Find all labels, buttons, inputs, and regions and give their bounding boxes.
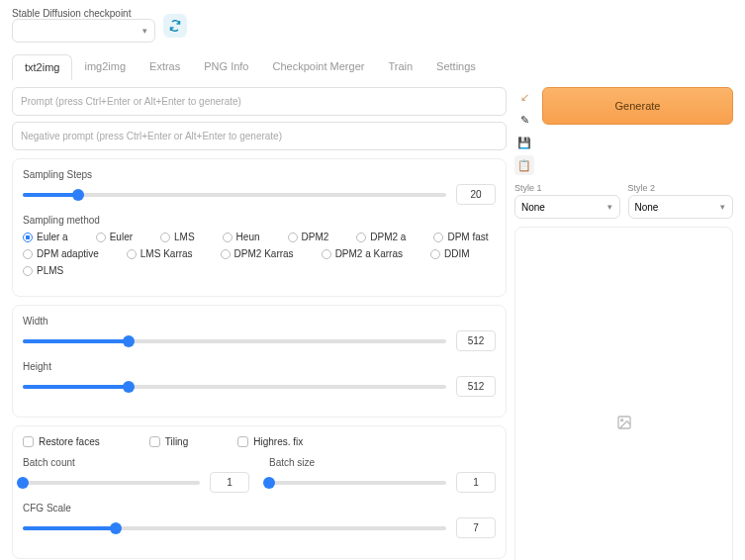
restore-faces-label: Restore faces [39, 436, 100, 447]
batch-size-label: Batch size [269, 457, 496, 468]
tab-train[interactable]: Train [376, 54, 424, 80]
sampler-lms-karras[interactable]: LMS Karras [127, 248, 193, 259]
sampling-steps-slider[interactable] [23, 193, 446, 197]
hires-label: Highres. fix [253, 436, 303, 447]
sampler-lms[interactable]: LMS [160, 232, 195, 242]
preview-area [514, 227, 733, 560]
tab-img2img[interactable]: img2img [72, 54, 138, 80]
tab-png-info[interactable]: PNG Info [192, 54, 260, 80]
batch-count-slider[interactable] [23, 481, 200, 485]
sampling-method-label: Sampling method [23, 215, 496, 226]
width-label: Width [23, 316, 496, 327]
negative-prompt-input[interactable]: Negative prompt (press Ctrl+Enter or Alt… [12, 122, 507, 150]
sampler-euler-a[interactable]: Euler a [23, 232, 68, 242]
refresh-icon[interactable] [163, 14, 187, 38]
prompt-input[interactable]: Prompt (press Ctrl+Enter or Alt+Enter to… [12, 87, 507, 116]
batch-size-slider[interactable] [269, 481, 446, 485]
batch-count-value[interactable]: 1 [210, 472, 249, 493]
sampler-dpm-fast[interactable]: DPM fast [433, 232, 488, 242]
tab-txt2img[interactable]: txt2img [12, 54, 72, 80]
save-style-icon[interactable]: 💾 [514, 133, 534, 152]
sampler-dpm2[interactable]: DPM2 [288, 232, 329, 242]
sampler-heun[interactable]: Heun [223, 232, 260, 242]
height-slider[interactable] [23, 385, 446, 389]
tiling-checkbox[interactable] [149, 436, 160, 447]
batch-size-value[interactable]: 1 [456, 472, 496, 493]
checkpoint-label: Stable Diffusion checkpoint [12, 8, 155, 19]
svg-point-1 [620, 419, 622, 420]
restore-faces-checkbox[interactable] [23, 436, 34, 447]
height-value[interactable]: 512 [456, 376, 496, 397]
width-value[interactable]: 512 [456, 330, 496, 351]
tab-settings[interactable]: Settings [424, 54, 488, 80]
arrow-icon[interactable]: ↙ [514, 87, 534, 107]
style2-label: Style 2 [628, 183, 734, 193]
height-label: Height [23, 361, 496, 372]
hires-checkbox[interactable] [237, 436, 248, 447]
cfg-scale-label: CFG Scale [23, 503, 496, 513]
style1-label: Style 1 [514, 183, 620, 193]
sampling-steps-label: Sampling Steps [23, 169, 496, 180]
brush-icon[interactable]: ✎ [514, 110, 534, 130]
sampler-dpm-adaptive[interactable]: DPM adaptive [23, 248, 99, 259]
sampling-steps-value[interactable]: 20 [456, 184, 496, 205]
sampler-ddim[interactable]: DDIM [430, 248, 470, 259]
sampler-dpm2-a-karras[interactable]: DPM2 a Karras [322, 248, 403, 259]
tab-checkpoint-merger[interactable]: Checkpoint Merger [260, 54, 376, 80]
image-icon [616, 415, 632, 430]
width-slider[interactable] [23, 339, 446, 343]
checkpoint-select[interactable] [12, 19, 155, 43]
sampler-euler[interactable]: Euler [96, 232, 133, 242]
cfg-scale-value[interactable]: 7 [456, 517, 496, 538]
style2-select[interactable] [628, 195, 734, 219]
cfg-scale-slider[interactable] [23, 526, 446, 530]
clipboard-icon[interactable]: 📋 [514, 155, 534, 175]
batch-count-label: Batch count [23, 457, 249, 468]
tiling-label: Tiling [165, 436, 189, 447]
sampler-dpm2-karras[interactable]: DPM2 Karras [221, 248, 294, 259]
style1-select[interactable] [514, 195, 620, 219]
sampler-plms[interactable]: PLMS [23, 265, 63, 276]
tab-bar: txt2imgimg2imgExtrasPNG InfoCheckpoint M… [12, 54, 733, 81]
generate-button[interactable]: Generate [542, 87, 733, 125]
sampler-dpm2-a[interactable]: DPM2 a [356, 232, 406, 242]
tab-extras[interactable]: Extras [138, 54, 192, 80]
